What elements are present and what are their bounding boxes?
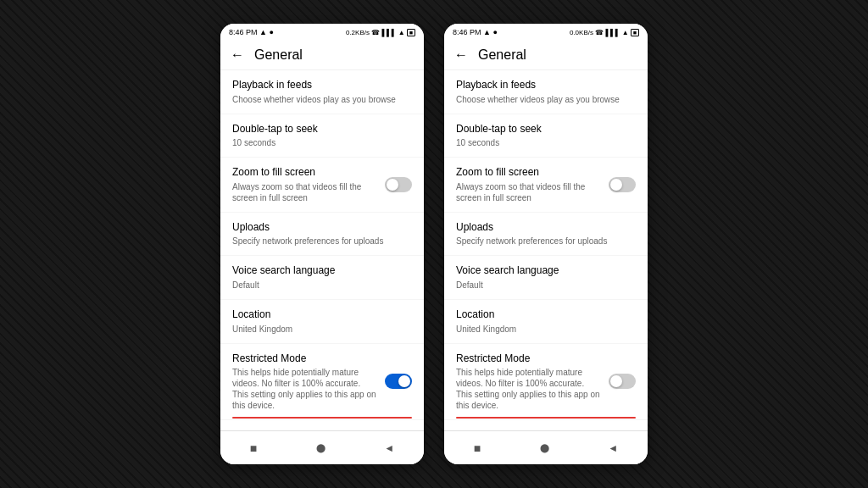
setting-text-zoom-fill: Zoom to fill screenAlways zoom so that v… <box>232 166 385 203</box>
nav-recent-icon[interactable]: ◄ <box>384 442 394 454</box>
setting-text-voice-search: Voice search languageDefault <box>456 264 636 291</box>
setting-item-location[interactable]: LocationUnited Kingdom <box>220 300 424 344</box>
setting-item-voice-search[interactable]: Voice search languageDefault <box>444 256 648 300</box>
setting-title-zoom-fill: Zoom to fill screen <box>232 166 378 180</box>
setting-title-location: Location <box>232 308 405 322</box>
setting-text-double-tap: Double-tap to seek10 seconds <box>456 123 636 149</box>
setting-title-playback-feeds: Playback in feeds <box>456 79 629 92</box>
setting-text-playback-feeds: Playback in feedsChoose whether videos p… <box>232 79 412 105</box>
red-underline-restricted-mode <box>456 417 636 419</box>
setting-subtitle-location: United Kingdom <box>232 324 405 335</box>
setting-item-uploads[interactable]: UploadsSpecify network preferences for u… <box>220 213 424 257</box>
phone-left: 8:46 PM ▲ ● 0.2KB/s ☎ ▌▌▌ ▲ ■ ← General … <box>220 24 424 464</box>
setting-title-uploads: Uploads <box>232 221 405 235</box>
status-right: 0.0KB/s ☎ ▌▌▌ ▲ ■ <box>570 29 639 36</box>
phone-right: 8:46 PM ▲ ● 0.0KB/s ☎ ▌▌▌ ▲ ■ ← General … <box>444 24 648 464</box>
setting-item-stats-nerds[interactable]: Enable stats for nerds <box>220 422 424 430</box>
setting-title-double-tap: Double-tap to seek <box>456 123 629 136</box>
setting-text-restricted-mode: Restricted ModeThis helps hide potential… <box>232 352 385 412</box>
setting-item-playback-feeds[interactable]: Playback in feedsChoose whether videos p… <box>220 70 424 114</box>
status-bar: 8:46 PM ▲ ● 0.2KB/s ☎ ▌▌▌ ▲ ■ <box>220 24 424 41</box>
page-title: General <box>254 47 303 63</box>
page-title: General <box>478 47 526 63</box>
toggle-restricted-mode[interactable] <box>609 374 636 389</box>
setting-subtitle-playback-feeds: Choose whether videos play as you browse <box>456 94 629 105</box>
setting-subtitle-voice-search: Default <box>456 280 629 291</box>
nav-recent-icon[interactable]: ◄ <box>608 442 618 454</box>
setting-item-playback-feeds[interactable]: Playback in feedsChoose whether videos p… <box>444 70 648 114</box>
setting-title-restricted-mode: Restricted Mode <box>232 352 378 366</box>
toggle-restricted-mode[interactable] <box>385 374 412 389</box>
setting-text-voice-search: Voice search languageDefault <box>232 264 412 291</box>
toggle-zoom-fill[interactable] <box>385 177 412 192</box>
status-time: 8:46 PM ▲ ● <box>229 28 274 36</box>
setting-subtitle-location: United Kingdom <box>456 324 629 335</box>
setting-subtitle-double-tap: 10 seconds <box>456 137 629 148</box>
setting-title-playback-feeds: Playback in feeds <box>232 79 405 92</box>
nav-back-icon[interactable]: ■ <box>250 441 257 455</box>
setting-item-restricted-mode[interactable]: Restricted ModeThis helps hide potential… <box>444 344 648 421</box>
setting-item-stats-nerds[interactable]: Enable stats for nerds <box>444 422 648 430</box>
nav-home-icon[interactable]: ⬤ <box>540 443 549 452</box>
setting-subtitle-zoom-fill: Always zoom so that videos fill the scre… <box>232 181 378 203</box>
setting-text-zoom-fill: Zoom to fill screenAlways zoom so that v… <box>456 166 609 203</box>
setting-subtitle-voice-search: Default <box>232 280 405 291</box>
setting-title-voice-search: Voice search language <box>232 264 405 278</box>
setting-subtitle-restricted-mode: This helps hide potentially mature video… <box>232 367 378 411</box>
setting-text-uploads: UploadsSpecify network preferences for u… <box>456 221 636 247</box>
setting-item-uploads[interactable]: UploadsSpecify network preferences for u… <box>444 213 648 257</box>
setting-item-location[interactable]: LocationUnited Kingdom <box>444 300 648 344</box>
setting-subtitle-zoom-fill: Always zoom so that videos fill the scre… <box>456 181 602 203</box>
settings-list: Playback in feedsChoose whether videos p… <box>444 70 648 430</box>
setting-title-uploads: Uploads <box>456 221 629 235</box>
setting-item-restricted-mode[interactable]: Restricted ModeThis helps hide potential… <box>220 344 424 421</box>
nav-bar: ■ ⬤ ◄ <box>444 430 648 464</box>
setting-item-zoom-fill[interactable]: Zoom to fill screenAlways zoom so that v… <box>220 158 424 213</box>
nav-back-icon[interactable]: ■ <box>474 441 481 455</box>
toggle-zoom-fill[interactable] <box>609 177 636 192</box>
setting-text-double-tap: Double-tap to seek10 seconds <box>232 123 412 149</box>
status-bar: 8:46 PM ▲ ● 0.0KB/s ☎ ▌▌▌ ▲ ■ <box>444 24 648 41</box>
setting-item-double-tap[interactable]: Double-tap to seek10 seconds <box>444 114 648 158</box>
back-button[interactable]: ← <box>231 47 244 63</box>
setting-text-uploads: UploadsSpecify network preferences for u… <box>232 221 412 247</box>
setting-text-location: LocationUnited Kingdom <box>456 308 636 335</box>
status-time: 8:46 PM ▲ ● <box>453 28 498 36</box>
toolbar: ← General <box>444 41 648 70</box>
setting-subtitle-double-tap: 10 seconds <box>232 137 405 148</box>
setting-subtitle-uploads: Specify network preferences for uploads <box>456 236 629 247</box>
back-button[interactable]: ← <box>454 47 468 63</box>
setting-item-double-tap[interactable]: Double-tap to seek10 seconds <box>220 114 424 158</box>
setting-subtitle-restricted-mode: This helps hide potentially mature video… <box>456 367 602 411</box>
status-right: 0.2KB/s ☎ ▌▌▌ ▲ ■ <box>346 29 415 36</box>
toolbar: ← General <box>220 41 424 70</box>
nav-bar: ■ ⬤ ◄ <box>220 430 424 464</box>
setting-text-location: LocationUnited Kingdom <box>232 308 412 335</box>
nav-home-icon[interactable]: ⬤ <box>316 443 326 452</box>
red-underline-restricted-mode <box>232 417 412 419</box>
settings-list: Playback in feedsChoose whether videos p… <box>220 70 424 430</box>
setting-title-restricted-mode: Restricted Mode <box>456 352 602 366</box>
setting-text-playback-feeds: Playback in feedsChoose whether videos p… <box>456 79 636 105</box>
setting-title-location: Location <box>456 308 629 322</box>
setting-title-voice-search: Voice search language <box>456 264 629 278</box>
setting-title-zoom-fill: Zoom to fill screen <box>456 166 602 180</box>
setting-title-double-tap: Double-tap to seek <box>232 123 405 136</box>
setting-text-restricted-mode: Restricted ModeThis helps hide potential… <box>456 352 609 412</box>
setting-subtitle-playback-feeds: Choose whether videos play as you browse <box>232 94 405 105</box>
setting-item-zoom-fill[interactable]: Zoom to fill screenAlways zoom so that v… <box>444 158 648 213</box>
setting-item-voice-search[interactable]: Voice search languageDefault <box>220 256 424 300</box>
setting-subtitle-uploads: Specify network preferences for uploads <box>232 236 405 247</box>
